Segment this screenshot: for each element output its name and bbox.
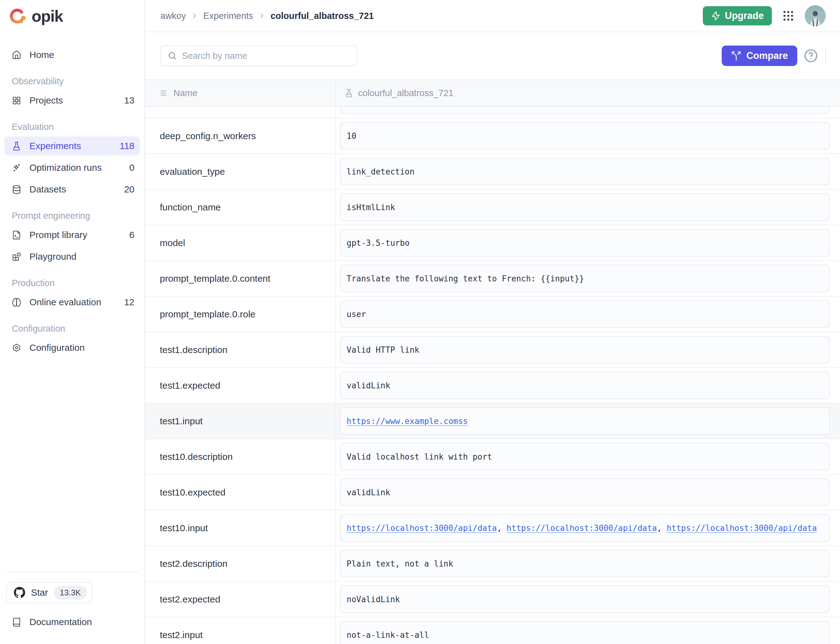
help-button[interactable] [803, 48, 819, 64]
table-body: deep_config.n_workers 10 evaluation_type… [145, 107, 840, 644]
row-name-cell: function_name [145, 190, 336, 225]
sidebar-item-home[interactable]: Home [4, 45, 140, 64]
upgrade-button[interactable]: Upgrade [703, 6, 772, 25]
row-name-cell: test1.expected [145, 368, 336, 403]
column-header-experiment: colourful_albatross_721 [336, 80, 840, 106]
database-icon [12, 185, 21, 194]
table-row[interactable]: evaluation_type link_detection [145, 154, 840, 190]
search-icon [167, 51, 177, 61]
table-row[interactable]: test1.input https://www.example.comss [145, 404, 840, 439]
row-value-cell: noValidLink [336, 582, 840, 617]
github-star-button[interactable]: Star 13.3K [6, 582, 93, 603]
table-row[interactable]: test2.description Plain text, not a link [145, 546, 840, 582]
row-value-cell: Valid localhost link with port [336, 439, 840, 474]
row-name: test2.description [160, 559, 228, 569]
breadcrumb-experiments[interactable]: Experiments [203, 11, 253, 21]
row-value-cell: Valid HTTP link [336, 332, 840, 367]
row-value: https://localhost:3000/api/data, https:/… [347, 524, 817, 533]
row-value-cell: Translate the following text to French: … [336, 261, 840, 296]
row-value: 10 [347, 131, 356, 141]
row-value-cell: 10 [336, 118, 840, 153]
table-row[interactable]: test10.input https://localhost:3000/api/… [145, 511, 840, 546]
row-value: Translate the following text to French: … [347, 274, 584, 283]
row-name-cell: test1.description [145, 332, 336, 367]
sidebar-section-items: Projects 13 [4, 91, 140, 110]
opik-logo-icon [9, 7, 27, 25]
sidebar-section-title: Observability [4, 76, 140, 87]
sidebar-item-datasets[interactable]: Datasets 20 [4, 180, 140, 199]
compare-button[interactable]: Compare [722, 46, 797, 66]
value-link[interactable]: https://localhost:3000/api/data [666, 524, 817, 533]
layout-grid-icon [12, 96, 21, 105]
column-header-label: colourful_albatross_721 [358, 88, 454, 98]
row-name: prompt_template.0.content [160, 273, 270, 284]
sidebar-section-title: Prompt engineering [4, 211, 140, 221]
row-name-cell: evaluation_type [145, 154, 336, 189]
chevron-right-icon [191, 12, 198, 20]
sidebar-section: Observability Projects 13 [4, 76, 140, 110]
row-value: isHtmlLink [347, 203, 395, 212]
sidebar-item-label: Home [29, 49, 134, 60]
row-value-cell: validLink [336, 475, 840, 510]
row-name-cell: test2.input [145, 617, 336, 644]
table-row[interactable]: test10.expected validLink [145, 475, 840, 511]
upgrade-label: Upgrade [725, 10, 764, 21]
table-row[interactable]: test2.input not-a-link-at-all [145, 617, 840, 644]
top-bar-actions: Upgrade [703, 5, 826, 26]
row-value-cell: https://localhost:3000/api/data, https:/… [336, 511, 840, 545]
table-row-partial [145, 107, 840, 118]
sidebar-item-label: Optimization runs [29, 163, 121, 173]
row-name: test2.expected [160, 594, 220, 605]
table-row[interactable]: deep_config.n_workers 10 [145, 118, 840, 154]
sidebar-item-label: Documentation [29, 617, 134, 627]
row-name: test10.description [160, 452, 233, 462]
sidebar-item-label: Datasets [29, 184, 116, 195]
table-row[interactable]: model gpt-3.5-turbo [145, 225, 840, 261]
brain-icon [12, 297, 21, 307]
sidebar-item-label: Configuration [29, 342, 134, 353]
row-value: user [347, 310, 366, 319]
table-row[interactable]: test1.expected validLink [145, 368, 840, 404]
row-value-cell: user [336, 297, 840, 332]
sidebar-item-documentation[interactable]: Documentation [4, 613, 140, 632]
value-link[interactable]: https://www.example.comss [347, 417, 468, 426]
sidebar-section: Prompt engineering Prompt library 6 Play… [4, 211, 140, 266]
table-header: Name colourful_albatross_721 [145, 79, 840, 107]
sidebar-footer-divider [6, 572, 139, 572]
row-name: test10.expected [160, 487, 226, 498]
sidebar-section-items: Experiments 118 Optimization runs 0 Data… [4, 136, 140, 199]
sidebar-item-configuration[interactable]: Configuration [4, 338, 140, 357]
toolbar-actions: Compare [722, 46, 826, 66]
star-label: Star [31, 587, 48, 598]
sidebar-section: Production Online evaluation 12 [4, 278, 140, 312]
apps-grid-button[interactable] [782, 9, 795, 22]
table-row[interactable]: function_name isHtmlLink [145, 190, 840, 225]
table-row[interactable]: test1.description Valid HTTP link [145, 332, 840, 368]
avatar[interactable] [805, 5, 826, 26]
table-row[interactable]: prompt_template.0.role user [145, 297, 840, 332]
table-row[interactable]: prompt_template.0.content Translate the … [145, 261, 840, 297]
breadcrumb-workspace[interactable]: awkoy [160, 11, 186, 21]
sidebar-item-count: 20 [124, 184, 134, 195]
sidebar-item-playground[interactable]: Playground [4, 247, 140, 266]
row-value: Plain text, not a link [347, 559, 453, 568]
search-input[interactable] [182, 51, 350, 61]
breadcrumb-current-experiment: colourful_albatross_721 [270, 11, 374, 21]
column-header-label: Name [174, 88, 197, 98]
chevron-right-icon [258, 12, 265, 20]
table-row[interactable]: test10.description Valid localhost link … [145, 439, 840, 475]
row-value-box: validLink [340, 371, 830, 399]
compare-label: Compare [747, 50, 788, 61]
opik-logo[interactable]: opik [0, 0, 144, 32]
sidebar-item-projects[interactable]: Projects 13 [4, 91, 140, 110]
sidebar-item-optimization-runs[interactable]: Optimization runs 0 [4, 158, 140, 177]
row-value-box: Plain text, not a link [340, 550, 830, 577]
sidebar-item-online-evaluation[interactable]: Online evaluation 12 [4, 292, 140, 312]
row-name-cell [145, 107, 336, 118]
value-link[interactable]: https://localhost:3000/api/data [507, 524, 657, 533]
sidebar-item-experiments[interactable]: Experiments 118 [4, 136, 140, 156]
value-link[interactable]: https://localhost:3000/api/data [347, 524, 497, 533]
table-row[interactable]: test2.expected noValidLink [145, 582, 840, 617]
row-name-cell: test10.expected [145, 475, 336, 510]
sidebar-item-prompt-library[interactable]: Prompt library 6 [4, 225, 140, 245]
